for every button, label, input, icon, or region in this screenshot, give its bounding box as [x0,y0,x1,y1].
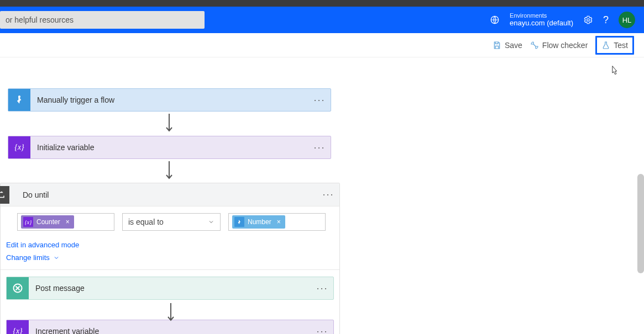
step-trigger-menu[interactable]: ··· [308,94,331,106]
do-until-title: Do until [16,190,317,199]
condition-right-input[interactable]: Number × [228,213,326,231]
step-trigger-label: Manually trigger a flow [30,96,308,104]
token-remove[interactable]: × [277,218,281,226]
test-button[interactable]: Test [595,36,634,55]
condition-row: {x} Counter × is equal to Number [17,213,334,231]
cursor-pointer-icon [609,65,620,77]
flow-checker-button[interactable]: Flow checker [530,41,588,50]
top-right: Environments enayu.com (default) ? HL [490,12,644,28]
operator-label: is equal to [128,218,164,226]
token-label: Number [248,218,271,226]
token-counter[interactable]: {x} Counter × [21,215,74,229]
do-until-menu[interactable]: ··· [317,189,339,200]
gear-icon[interactable] [583,15,593,25]
avatar[interactable]: HL [619,12,635,28]
svg-point-2 [19,96,20,98]
arrow-icon [165,113,172,135]
top-bar: or helpful resources Environments enayu.… [0,7,644,33]
do-until-header[interactable]: Do until ··· [1,183,339,206]
token-remove[interactable]: × [66,218,70,226]
variable-icon: {x} [8,136,30,158]
arrow-icon [166,302,174,322]
condition-operator-select[interactable]: is equal to [122,213,221,231]
token-number[interactable]: Number × [232,215,285,229]
chevron-down-icon [53,255,60,261]
post-label: Post message [29,284,311,293]
trigger-icon [8,89,30,111]
step-init-label: Initialize variable [30,143,308,152]
change-limits-label: Change limits [6,253,50,262]
do-until-block: Do until ··· {x} Counter × is equal to [0,183,340,334]
environment-picker[interactable]: Environments enayu.com (default) [510,12,573,28]
flow-canvas: Manually trigger a flow ··· {x} Initiali… [0,57,644,334]
post-icon [7,277,29,299]
condition-left-input[interactable]: {x} Counter × [17,213,114,231]
loop-icon [0,186,9,204]
step-post-message[interactable]: Post message ··· [6,277,334,300]
browser-chrome [0,0,644,7]
flow-checker-label: Flow checker [542,41,588,50]
step-trigger[interactable]: Manually trigger a flow ··· [8,88,331,112]
arrow-icon [165,160,172,182]
test-label: Test [614,41,628,50]
save-button[interactable]: Save [493,41,522,50]
environment-label: Environments [510,12,573,19]
search-placeholder: or helpful resources [6,15,74,24]
environment-name: enayu.com (default) [510,19,573,28]
variable-icon: {x} [7,320,29,334]
variable-icon: {x} [23,217,33,227]
token-label: Counter [36,218,60,226]
step-init-menu[interactable]: ··· [308,142,331,153]
edit-advanced-label: Edit in advanced mode [6,241,79,249]
do-until-body: {x} Counter × is equal to Number [1,206,339,334]
avatar-initials: HL [622,16,632,24]
edit-advanced-link[interactable]: Edit in advanced mode [6,241,79,249]
increment-menu[interactable]: ··· [311,326,333,335]
search-input[interactable]: or helpful resources [0,11,205,29]
increment-label: Increment variable [29,327,311,334]
post-menu[interactable]: ··· [311,283,333,294]
action-bar: Save Flow checker Test Test [0,33,644,57]
change-limits-link[interactable]: Change limits [6,253,60,262]
scrollbar-thumb[interactable] [637,174,644,273]
svg-point-1 [587,19,590,22]
chevron-down-icon [208,219,214,225]
help-icon[interactable]: ? [603,14,609,26]
step-init-variable[interactable]: {x} Initialize variable ··· [8,136,331,159]
save-label: Save [505,41,522,50]
divider [1,269,339,270]
input-icon [234,217,244,227]
environment-icon[interactable] [490,15,500,25]
